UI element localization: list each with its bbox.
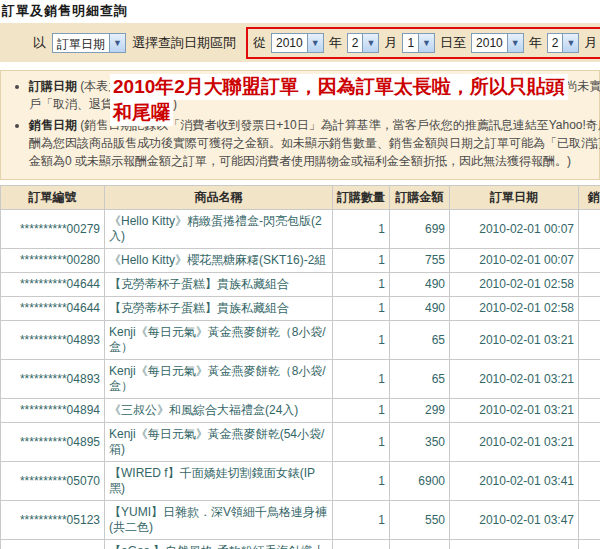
amount-cell: 342 (390, 540, 450, 549)
qty-cell: 1 (333, 423, 390, 462)
product-name-cell: 《三叔公》和風綜合大福禮盒(24入) (105, 399, 333, 423)
chevron-down-icon: ▼ (362, 34, 378, 52)
product-name-cell: Kenji《每日元氣》黃金燕麥餅乾（8小袋/盒） (105, 321, 333, 360)
date-range-highlight-box: 從 2010 ▼ 年 2 ▼ 月 1 ▼ 日至 2010 ▼ 年 2 (246, 27, 600, 59)
to-year-label: 年 (529, 34, 542, 52)
sales-cell (579, 249, 600, 273)
from-day-value: 1 (403, 34, 418, 52)
qty-cell: 1 (333, 273, 390, 297)
order-id-cell: **********04644 (1, 297, 105, 321)
from-year-select[interactable]: 2010 ▼ (271, 33, 324, 53)
amount-cell: 350 (390, 423, 450, 462)
product-name-cell: Kenji《每日元氣》黃金燕麥餅乾（8小袋/盒） (105, 360, 333, 399)
page-title: 訂單及銷售明細查詢 (0, 0, 600, 23)
order-id-cell: **********05123 (1, 501, 105, 540)
product-name-cell: 《Hello Kitty》櫻花黑糖麻糬(SKT16)-2組 (105, 249, 333, 273)
order-id-cell: **********04893 (1, 360, 105, 399)
to-month-value: 2 (548, 34, 563, 52)
date-type-select[interactable]: 訂單日期 ▼ (52, 33, 126, 53)
column-header: 訂單日期 (450, 186, 579, 210)
filter-prefix-label: 以 (33, 34, 46, 52)
from-month-label: 月 (384, 34, 397, 52)
sales-cell (579, 321, 600, 360)
annotation-line: 2010年2月大聯盟訂單，因為訂單太長啦，所以只貼頭 (110, 74, 568, 100)
sales-cell (579, 501, 600, 540)
order-date-cell: 2010-02-01 03:21 (450, 423, 579, 462)
chevron-down-icon: ▼ (418, 34, 434, 52)
product-name-cell: 【克勞蒂杯子蛋糕】貴族私藏組合 (105, 273, 333, 297)
amount-cell: 699 (390, 210, 450, 249)
product-name-cell: 【YUMI】日雜款．深V領細千鳥格連身褲(共二色) (105, 501, 333, 540)
note-term: 銷售日期 (29, 118, 77, 132)
table-row: **********00280《Hello Kitty》櫻花黑糖麻糬(SKT16… (1, 249, 600, 273)
order-id-cell: **********04895 (1, 423, 105, 462)
table-row: **********04644【克勞蒂杯子蛋糕】貴族私藏組合14902010-0… (1, 273, 600, 297)
qty-cell: 1 (333, 210, 390, 249)
qty-cell: 1 (333, 501, 390, 540)
product-name-cell: Kenji《每日元氣》黃金燕麥餅乾(54小袋/箱) (105, 423, 333, 462)
order-id-cell: **********00279 (1, 210, 105, 249)
amount-cell: 65 (390, 360, 450, 399)
annotation-overlay: 2010年2月大聯盟訂單，因為訂單太長啦，所以只貼頭 和尾囉 (110, 74, 568, 126)
order-date-cell: 2010-02-01 03:41 (450, 462, 579, 501)
table-row: **********04893Kenji《每日元氣》黃金燕麥餅乾（8小袋/盒）1… (1, 321, 600, 360)
to-year-select[interactable]: 2010 ▼ (471, 33, 524, 53)
qty-cell: 1 (333, 540, 390, 549)
from-year-value: 2010 (272, 34, 307, 52)
table-row: **********04644【克勞蒂杯子蛋糕】貴族私藏組合14902010-0… (1, 297, 600, 321)
qty-cell: 1 (333, 297, 390, 321)
amount-cell: 6900 (390, 462, 450, 501)
chevron-down-icon: ▼ (109, 34, 125, 52)
order-id-cell: **********04644 (1, 273, 105, 297)
qty-cell: 1 (333, 360, 390, 399)
to-year-value: 2010 (472, 34, 507, 52)
order-date-cell: 2010-02-01 08:20 (450, 540, 579, 549)
sales-cell (579, 540, 600, 549)
chevron-down-icon: ▼ (307, 34, 323, 52)
from-label: 從 (253, 34, 266, 52)
table-row: **********05123【YUMI】日雜款．深V領細千鳥格連身褲(共二色)… (1, 501, 600, 540)
table-header-row: 訂單編號商品名稱訂購數量訂購金額訂單日期銷售數量 (1, 186, 600, 210)
filter-bar: 以 訂單日期 ▼ 選擇查詢日期區間 從 2010 ▼ 年 2 ▼ 月 1 ▼ 日… (0, 23, 600, 62)
order-id-cell: **********00280 (1, 249, 105, 273)
from-day-select[interactable]: 1 ▼ (402, 33, 435, 53)
qty-cell: 1 (333, 321, 390, 360)
from-month-select[interactable]: 2 ▼ (347, 33, 380, 53)
order-id-cell: **********06530 (1, 540, 105, 549)
column-header: 訂購數量 (333, 186, 390, 210)
order-date-cell: 2010-02-01 00:07 (450, 210, 579, 249)
sales-cell (579, 399, 600, 423)
date-type-select-value: 訂單日期 (53, 34, 109, 52)
order-date-cell: 2010-02-01 02:58 (450, 273, 579, 297)
note-line: 酬為您因該商品販售成功後實際可獲得之金額。如未顯示銷售數量、銷售金額與日期之訂單… (29, 134, 599, 152)
column-header: 銷售數量 (579, 186, 600, 210)
order-query-page: 訂單及銷售明細查詢 以 訂單日期 ▼ 選擇查詢日期區間 從 2010 ▼ 年 2… (0, 0, 600, 549)
qty-cell: 1 (333, 399, 390, 423)
table-row: **********04894《三叔公》和風綜合大福禮盒(24入)1299201… (1, 399, 600, 423)
table-row: **********06530【eGos 】自然風格-柔軟粉紅毛海針織上衣134… (1, 540, 600, 549)
amount-cell: 299 (390, 399, 450, 423)
order-date-cell: 2010-02-01 00:07 (450, 249, 579, 273)
order-date-cell: 2010-02-01 03:21 (450, 360, 579, 399)
annotation-line: 和尾囉 (110, 100, 173, 126)
order-id-cell: **********05070 (1, 462, 105, 501)
product-name-cell: 【WIRED f】千面嬌娃切割鏡面女錶(IP黑) (105, 462, 333, 501)
to-label: 日至 (440, 34, 466, 52)
from-month-value: 2 (348, 34, 363, 52)
column-header: 訂購金額 (390, 186, 450, 210)
table-row: **********00279《Hello Kitty》精緻蛋捲禮盒-閃亮包版(… (1, 210, 600, 249)
amount-cell: 550 (390, 501, 450, 540)
chevron-down-icon: ▼ (507, 34, 523, 52)
orders-table: 訂單編號商品名稱訂購數量訂購金額訂單日期銷售數量 **********00279… (0, 185, 600, 549)
sales-cell (579, 462, 600, 501)
qty-cell: 1 (333, 249, 390, 273)
table-row: **********04893Kenji《每日元氣》黃金燕麥餅乾（8小袋/盒）1… (1, 360, 600, 399)
order-id-cell: **********04894 (1, 399, 105, 423)
sales-cell (579, 423, 600, 462)
order-date-cell: 2010-02-01 03:47 (450, 501, 579, 540)
sales-cell (579, 273, 600, 297)
sales-cell (579, 360, 600, 399)
amount-cell: 490 (390, 273, 450, 297)
to-month-select[interactable]: 2 ▼ (547, 33, 580, 53)
orders-table-body: **********00279《Hello Kitty》精緻蛋捲禮盒-閃亮包版(… (1, 210, 600, 549)
